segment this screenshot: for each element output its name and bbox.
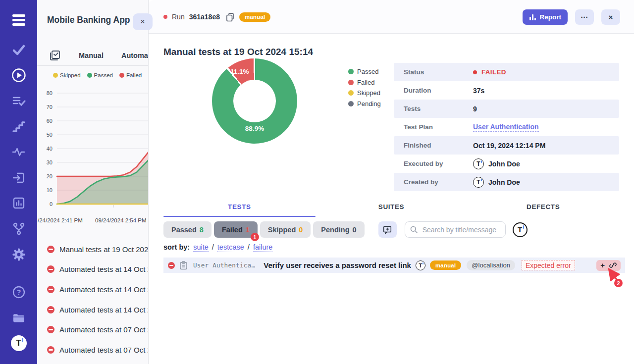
- svg-text:09/24/2024 2:54 PM: 09/24/2024 2:54 PM: [95, 217, 147, 223]
- skipped-dot-icon: [348, 90, 354, 96]
- passed-dot-icon: [87, 73, 92, 78]
- filter-bar: Passed 8 Failed 1 1 Skipped 0 Pending 0 …: [163, 221, 528, 238]
- legend-item-failed[interactable]: Failed: [119, 72, 142, 78]
- branch-icon[interactable]: [0, 222, 37, 236]
- legend-item-skipped[interactable]: Skipped: [53, 72, 81, 78]
- info-row-tests: Tests 9: [394, 100, 619, 118]
- close-panel-button[interactable]: ×: [133, 13, 153, 30]
- svg-text:50: 50: [47, 132, 53, 138]
- run-list-item[interactable]: Automated tests at 07 Oct 2024: [37, 340, 148, 360]
- run-list-item[interactable]: Automated tests at 07 Oct 2024: [37, 319, 148, 340]
- donut-legend-passed[interactable]: Passed: [348, 66, 381, 77]
- test-type-badge: manual: [430, 260, 461, 270]
- filter-skipped-button[interactable]: Skipped 0: [260, 221, 311, 238]
- run-info-table: Status FAILED Duration 37s Tests 9 Test …: [394, 63, 619, 191]
- steps-icon[interactable]: [0, 120, 37, 133]
- status-badge: FAILED: [481, 68, 506, 76]
- sort-by-suite-link[interactable]: suite: [193, 243, 209, 252]
- user-logo-avatar[interactable]: T: [0, 335, 37, 351]
- user-avatar: T: [473, 177, 484, 188]
- failed-count-badge: 1: [251, 233, 259, 241]
- runs-trend-chart: 01020304050607080/24/2024 2:41 PM09/24/2…: [37, 80, 149, 229]
- runs-type-tabs: Manual Automated: [37, 46, 148, 66]
- donut-failed-label: 11.1%: [230, 68, 249, 75]
- copy-run-id-button[interactable]: [225, 12, 235, 22]
- pending-dot-icon: [348, 101, 354, 106]
- failed-dot-icon: [348, 80, 354, 85]
- message-plus-icon: [382, 225, 392, 235]
- link-icon: [609, 261, 617, 269]
- sort-bar: sort by: suite / testcase / failure: [163, 243, 272, 252]
- svg-text:10: 10: [47, 187, 53, 193]
- passed-dot-icon: [348, 69, 354, 74]
- run-header: Run 361a18e8 manual Report ··· ×: [149, 0, 634, 34]
- test-plan-link[interactable]: User Authentication: [473, 123, 539, 132]
- run-list-item[interactable]: Automated tests at 14 Oct 2024: [37, 260, 148, 280]
- add-comment-button[interactable]: [378, 221, 397, 238]
- more-options-button[interactable]: ···: [575, 9, 594, 25]
- header-actions: Report ··· ×: [523, 9, 621, 25]
- analytics-icon[interactable]: [0, 196, 37, 210]
- run-list-item[interactable]: Automated tests at 14 Oct 2024: [37, 300, 148, 320]
- run-list-item[interactable]: Manual tests at 19 Oct 2024: [37, 239, 148, 260]
- failed-dot-icon: [119, 73, 124, 78]
- tab-tests[interactable]: TESTS: [163, 198, 316, 217]
- info-row-status: Status FAILED: [394, 63, 619, 81]
- tab-suites[interactable]: SUITES: [316, 198, 468, 217]
- tests-check-icon[interactable]: [0, 44, 37, 56]
- assignee-avatar[interactable]: T: [513, 222, 528, 237]
- tab-automated[interactable]: Automated: [121, 52, 149, 59]
- project-title: Mobile Banking App: [47, 15, 130, 25]
- projects-folder-icon[interactable]: [0, 311, 37, 324]
- svg-text:40: 40: [47, 146, 53, 152]
- run-type-badge: manual: [239, 12, 270, 22]
- svg-text:?: ?: [16, 288, 21, 296]
- search-input[interactable]: [422, 225, 500, 234]
- runs-play-icon[interactable]: [0, 68, 37, 83]
- bar-chart-icon: [529, 14, 536, 21]
- help-icon[interactable]: ?: [0, 285, 37, 299]
- clipboard-icon: [179, 261, 188, 270]
- logo-letter: T: [11, 335, 27, 351]
- report-button[interactable]: Report: [523, 9, 568, 25]
- multi-select-icon[interactable]: [49, 50, 61, 61]
- test-result-row[interactable]: User Authentica… Verify user receives a …: [163, 258, 625, 273]
- project-panel: Mobile Banking App Manual Automated Skip…: [37, 0, 149, 364]
- failed-status-dot: [163, 15, 167, 19]
- tab-defects[interactable]: DEFECTS: [467, 198, 619, 217]
- run-title: Manual tests at 19 Oct 2024 15:14: [163, 47, 313, 57]
- assignee-avatar: T: [416, 260, 425, 270]
- app-sidebar: ? T: [0, 0, 37, 364]
- signin-icon[interactable]: [0, 171, 37, 185]
- sort-by-testcase-link[interactable]: testcase: [217, 243, 244, 252]
- menu-icon[interactable]: [0, 14, 37, 27]
- filter-passed-button[interactable]: Passed 8: [163, 221, 211, 238]
- donut-legend-failed[interactable]: Failed: [348, 77, 381, 88]
- legend-item-passed[interactable]: Passed: [87, 72, 113, 78]
- expected-error-badge: Expected error: [522, 260, 575, 270]
- sort-by-failure-link[interactable]: failure: [253, 243, 273, 252]
- filter-pending-button[interactable]: Pending 0: [313, 221, 364, 238]
- settings-gear-icon[interactable]: [0, 248, 37, 261]
- run-list-item[interactable]: Automated tests at 14 Oct 2024: [37, 279, 148, 300]
- run-detail-panel: × Run 361a18e8 manual Report ··· × Manua…: [149, 0, 634, 364]
- info-row-test-plan: Test Plan User Authentication: [394, 118, 619, 136]
- add-defect-button[interactable]: +: [600, 261, 605, 269]
- svg-text:/24/2024 2:41 PM: /24/2024 2:41 PM: [38, 217, 83, 223]
- tab-manual[interactable]: Manual: [79, 52, 104, 59]
- info-row-executed-by: Executed by TJohn Doe: [394, 155, 619, 173]
- failed-run-icon: [47, 246, 54, 253]
- row-actions: +: [596, 260, 621, 271]
- donut-legend-skipped[interactable]: Skipped: [348, 88, 381, 99]
- section-tabs: TESTS SUITES DEFECTS: [163, 198, 619, 217]
- close-run-button[interactable]: ×: [601, 9, 620, 25]
- annotation-step-badge: 2: [614, 279, 623, 287]
- donut-chart: 11.1% 88.9%: [212, 58, 297, 144]
- filter-failed-button[interactable]: Failed 1 1: [214, 221, 258, 238]
- donut-legend-pending[interactable]: Pending: [348, 99, 381, 109]
- run-id: 361a18e8: [189, 13, 220, 21]
- testcases-list-icon[interactable]: [0, 95, 37, 108]
- svg-text:0: 0: [50, 201, 53, 207]
- link-issue-button[interactable]: [609, 261, 617, 269]
- pulse-icon[interactable]: [0, 146, 37, 158]
